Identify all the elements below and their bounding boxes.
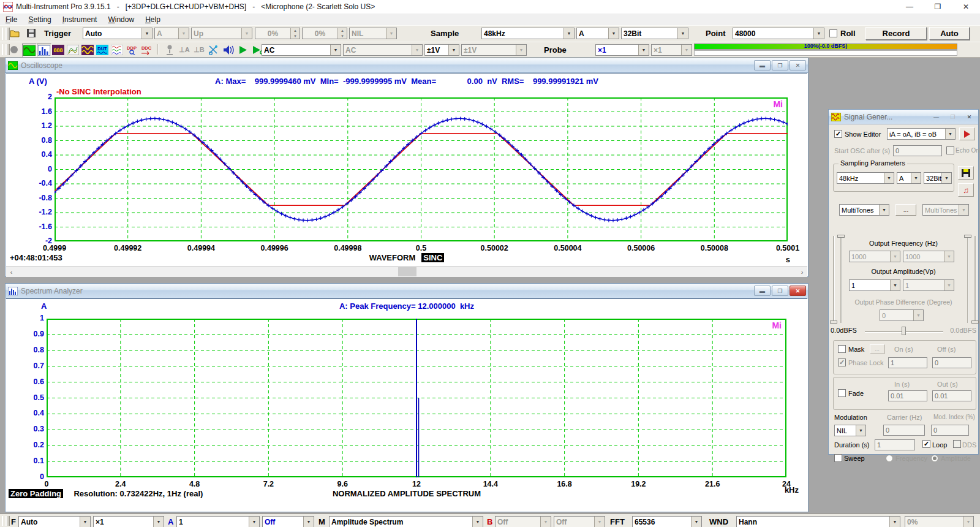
wave-a-select[interactable]: MultiTones▼	[839, 204, 889, 216]
output-b2-slider-handle[interactable]	[971, 320, 979, 324]
chevron-down-icon[interactable]: ▼	[913, 310, 923, 320]
spin-down-icon[interactable]: ▼	[291, 34, 300, 39]
output-b-slider-handle[interactable]	[964, 235, 971, 238]
routing-select[interactable]: iA = oA, iB = oB▼	[887, 128, 956, 140]
window-close-button[interactable]: ✕	[952, 0, 980, 13]
chevron-down-icon[interactable]: ▼	[813, 28, 824, 39]
chevron-down-icon[interactable]: ▼	[564, 28, 574, 39]
scope-scroll-thumb[interactable]	[398, 267, 417, 276]
chevron-down-icon[interactable]: ▼	[178, 28, 189, 39]
spectrum-3d-plotter-icon[interactable]	[66, 44, 80, 56]
record-icon[interactable]	[7, 44, 21, 56]
calibration-icon[interactable]	[207, 44, 221, 56]
chevron-down-icon[interactable]: ▼	[941, 173, 951, 183]
probe-b-select[interactable]: ×1▼	[651, 44, 692, 56]
spectrum-close-button[interactable]: ✕	[790, 286, 806, 296]
echo-only-checkbox[interactable]	[946, 146, 954, 154]
freq-b-select[interactable]: 1000▼	[903, 251, 954, 262]
oscilloscope-restore-button[interactable]: ❐	[772, 60, 788, 70]
chevron-down-icon[interactable]: ▼	[890, 251, 900, 262]
refresh-mode-select[interactable]: Auto▼	[18, 516, 91, 527]
chevron-down-icon[interactable]: ▼	[594, 517, 605, 527]
chevron-down-icon[interactable]: ▼	[879, 205, 889, 215]
trigger-delay-spinner[interactable]: 0%▲▼	[302, 28, 347, 39]
spin-up-icon[interactable]: ▲	[338, 28, 347, 34]
open-file-icon[interactable]	[9, 27, 22, 39]
spectrum-titlebar[interactable]: Spectrum Analyzer ▬ ❐ ✕	[6, 284, 808, 298]
chevron-down-icon[interactable]: ▼	[911, 173, 921, 183]
menu-setting[interactable]: Setting	[23, 15, 56, 25]
spectrum-analyzer-icon[interactable]	[37, 44, 51, 57]
scope-hscrollbar[interactable]: ‹ ›	[6, 266, 807, 277]
coupling-a-select[interactable]: AC▼	[262, 44, 341, 56]
sample-rate-select[interactable]: 48kHz▼	[481, 28, 575, 39]
oscilloscope-titlebar[interactable]: Oscilloscope ▬ ❐ ✕	[6, 58, 808, 73]
chevron-down-icon[interactable]: ▼	[386, 28, 396, 39]
siggen-library-button[interactable]: ♫	[958, 183, 974, 197]
siggen-maximize-button[interactable]: ❐	[945, 112, 960, 121]
phase-lock-checkbox[interactable]	[838, 358, 846, 366]
spectrum-restore-button[interactable]: ❐	[772, 286, 788, 296]
balance-slider-handle[interactable]	[902, 327, 906, 335]
chevron-down-icon[interactable]: ▼	[540, 517, 551, 527]
a-gain-select[interactable]: 1▼	[176, 516, 260, 527]
sweep-checkbox[interactable]	[834, 454, 842, 462]
probe-a-select[interactable]: ×1▼	[595, 44, 649, 56]
menu-instrument[interactable]: Instrument	[57, 15, 103, 25]
roll-checkbox[interactable]	[829, 29, 837, 37]
menu-file[interactable]: File	[0, 15, 23, 25]
siggen-save-button[interactable]	[958, 166, 974, 180]
start-osc-input[interactable]: 0	[893, 145, 942, 156]
save-icon[interactable]	[24, 27, 38, 39]
freq-a-select[interactable]: 1000▼	[849, 251, 900, 262]
run-icon[interactable]	[236, 44, 250, 56]
fade-out-input[interactable]: 0.01	[932, 390, 971, 401]
data-logger-icon[interactable]	[110, 44, 124, 56]
spin-up-icon[interactable]: ▲	[291, 28, 300, 34]
chevron-down-icon[interactable]: ▼	[141, 28, 152, 39]
output-a-slider-track[interactable]	[833, 236, 835, 323]
siggen-channel-select[interactable]: A▼	[897, 172, 921, 184]
point-count-select[interactable]: 48000▼	[733, 28, 824, 39]
fade-in-input[interactable]: 0.01	[888, 390, 927, 401]
dds-checkbox[interactable]	[953, 440, 961, 448]
chevron-down-icon[interactable]: ▼	[681, 45, 692, 55]
a-extra-select[interactable]: Off▼	[262, 516, 314, 527]
chevron-down-icon[interactable]: ▼	[330, 45, 341, 55]
signal-generator-icon[interactable]	[81, 44, 94, 56]
sound-device-icon[interactable]	[222, 44, 235, 56]
output-b2-slider-track[interactable]	[974, 236, 976, 323]
chevron-down-icon[interactable]: ▼	[412, 45, 422, 55]
sample-bits-select[interactable]: 32Bit▼	[621, 28, 688, 39]
fade-checkbox[interactable]	[838, 389, 846, 397]
mask-checkbox[interactable]	[838, 345, 846, 353]
modulation-select[interactable]: NIL▼	[834, 425, 866, 436]
window-minimize-button[interactable]: —	[895, 0, 924, 13]
oscilloscope-icon[interactable]	[22, 44, 37, 57]
chevron-down-icon[interactable]: ▼	[516, 45, 526, 55]
overlap-select[interactable]: 0%▼	[905, 516, 974, 527]
chevron-down-icon[interactable]: ▼	[608, 28, 619, 39]
mask-on-input[interactable]: 1	[888, 357, 927, 368]
siggen-minimize-button[interactable]: —	[929, 112, 944, 121]
fft-size-select[interactable]: 65536▼	[632, 516, 702, 527]
output-a-slider-handle[interactable]	[830, 320, 837, 324]
chevron-down-icon[interactable]: ▼	[638, 45, 649, 55]
scope-plot-area[interactable]: 21.61.20.80.40-0.4-0.8-1.2-1.6-20.49990.…	[55, 97, 788, 241]
phase-select[interactable]: 0▼	[880, 309, 924, 321]
menu-window[interactable]: Window	[102, 15, 140, 25]
wave-more-button[interactable]: ...	[895, 204, 916, 216]
mask-more-button[interactable]: ...	[870, 344, 884, 354]
window-maximize-button[interactable]: ❐	[924, 0, 952, 13]
chevron-down-icon[interactable]: ▼	[153, 517, 164, 527]
spin-down-icon[interactable]: ▼	[338, 34, 347, 39]
mod-index-input[interactable]: 0	[931, 425, 969, 436]
trigger-edge-select[interactable]: Up▼	[191, 28, 252, 39]
device-test-plan-icon[interactable]: DUT	[96, 44, 109, 56]
spectrum-plot-area[interactable]: 10.90.80.70.60.50.40.30.20.1002.44.87.29…	[47, 319, 786, 477]
x-multiplier-select[interactable]: ×1▼	[93, 516, 164, 527]
chevron-down-icon[interactable]: ▼	[691, 517, 701, 527]
output-a2-slider-handle[interactable]	[837, 235, 845, 238]
trigger-level-spinner[interactable]: 0%▲▼	[255, 28, 300, 39]
oscilloscope-close-button[interactable]: ✕	[790, 60, 806, 70]
